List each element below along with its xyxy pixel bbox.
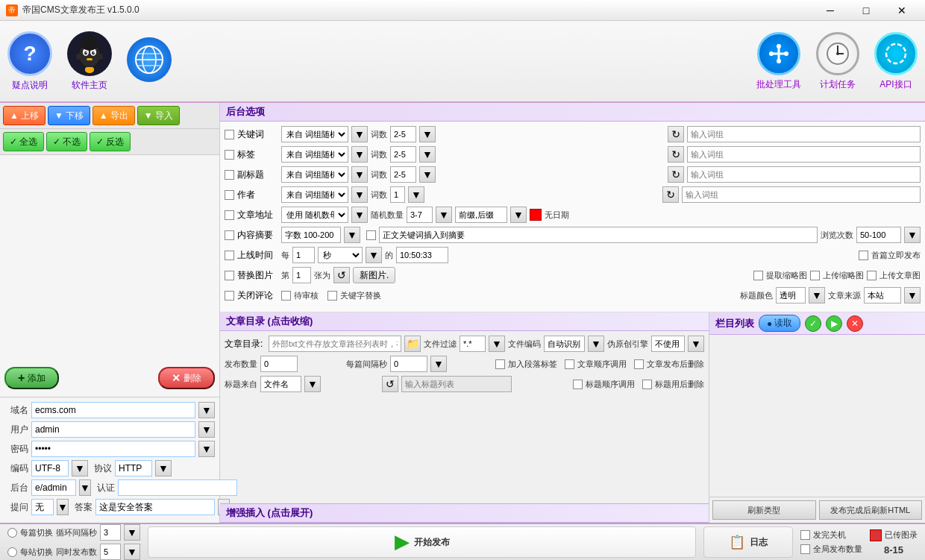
auth-input[interactable]	[118, 479, 237, 496]
deselect-button[interactable]: ✓ 不选	[46, 132, 87, 151]
help-icon-btn[interactable]: ? 疑点说明	[7, 31, 52, 92]
article-url-count-btn[interactable]: ▼	[436, 207, 452, 223]
enhanced-header[interactable]: 增强插入 (点击展开)	[220, 503, 709, 523]
upload-thumb-checkbox[interactable]	[810, 271, 820, 280]
keyword-replace-checkbox[interactable]	[327, 291, 337, 301]
export-button[interactable]: ▲ 导出	[92, 106, 135, 125]
domain-input[interactable]	[31, 402, 195, 418]
replace-img-new-btn[interactable]: 新图片.	[353, 267, 395, 283]
file-filter-input[interactable]	[460, 336, 486, 352]
backend-input[interactable]	[31, 479, 76, 496]
start-publish-button[interactable]: ▶ 开始发布	[148, 526, 696, 558]
article-source-btn[interactable]: ▼	[904, 287, 921, 303]
cycle-switch-radio[interactable]	[7, 528, 17, 538]
column-ok-btn[interactable]: ✓	[805, 315, 821, 332]
global-count-checkbox[interactable]	[800, 544, 810, 554]
schedule-btn[interactable]: 计划任务	[816, 32, 859, 91]
subtitle-source-btn[interactable]: ▼	[351, 166, 368, 183]
column-add-btn[interactable]: ▶	[826, 315, 842, 332]
add-paragraph-checkbox[interactable]	[495, 359, 505, 369]
author-refresh-btn[interactable]: ↺	[662, 186, 679, 203]
keyword-checkbox[interactable]	[225, 130, 234, 139]
subtitle-source-select[interactable]: 来自 词组随机	[281, 166, 348, 183]
title-color-btn[interactable]: ▼	[809, 287, 825, 303]
online-time-checkbox[interactable]	[225, 251, 234, 260]
globe-icon-btn[interactable]	[127, 37, 172, 85]
article-order-checkbox[interactable]	[565, 359, 574, 369]
summary-chars-btn[interactable]: ▼	[344, 227, 360, 243]
concurrent-input[interactable]	[100, 544, 121, 560]
summary-views-btn[interactable]: ▼	[904, 227, 921, 243]
author-count-input[interactable]	[390, 186, 405, 203]
keyword-input[interactable]	[687, 126, 921, 142]
summary-views-input[interactable]	[856, 227, 901, 243]
tag-input[interactable]	[687, 146, 921, 163]
protocol-btn[interactable]: ▼	[155, 460, 172, 476]
password-input[interactable]	[31, 441, 195, 457]
delete-after-checkbox[interactable]	[634, 359, 644, 369]
tag-source-btn[interactable]: ▼	[351, 146, 368, 163]
protocol-input[interactable]	[115, 460, 152, 476]
upload-article-img-checkbox[interactable]	[867, 271, 877, 280]
author-source-btn[interactable]: ▼	[351, 186, 368, 203]
tag-checkbox[interactable]	[225, 150, 234, 160]
author-input[interactable]	[682, 186, 921, 203]
article-url-checkbox[interactable]	[225, 210, 234, 220]
user-btn[interactable]: ▼	[198, 421, 215, 438]
article-url-prefix-input[interactable]	[455, 207, 507, 223]
pseudo-original-btn[interactable]: ▼	[688, 336, 704, 352]
refresh-type-btn[interactable]: 刷新类型	[712, 500, 816, 520]
qq-icon-btn[interactable]: 软件主页	[67, 31, 112, 92]
summary-keyword-checkbox[interactable]	[366, 230, 376, 240]
cycle-interval-btn[interactable]: ▼	[124, 524, 140, 541]
publish-count-input[interactable]	[260, 356, 298, 372]
keyword-count-input[interactable]	[390, 126, 416, 142]
online-time-unit-btn[interactable]: ▼	[366, 247, 382, 263]
file-filter-btn[interactable]: ▼	[489, 336, 505, 352]
del-site-button[interactable]: ✕ 删除	[158, 367, 215, 389]
article-url-prefix-btn[interactable]: ▼	[510, 207, 527, 223]
replace-img-num-input[interactable]	[292, 267, 311, 283]
article-source-input[interactable]	[864, 287, 901, 303]
column-del-btn[interactable]: ✕	[847, 315, 863, 332]
author-checkbox[interactable]	[225, 190, 234, 200]
tag-source-select[interactable]: 来自 词组随机	[281, 146, 348, 163]
subtitle-count-input[interactable]	[390, 166, 416, 183]
interval-btn[interactable]: ▼	[430, 356, 447, 372]
keyword-refresh-btn[interactable]: ↺	[668, 126, 684, 142]
online-time-unit-select[interactable]: 秒	[318, 247, 363, 263]
import-button[interactable]: ▼ 导入	[137, 106, 180, 125]
title-from-btn[interactable]: ▼	[304, 376, 321, 392]
dir-browse-btn[interactable]: 📁	[404, 336, 421, 352]
title-color-input[interactable]	[776, 287, 806, 303]
author-count-btn[interactable]: ▼	[408, 186, 424, 203]
down-button[interactable]: ▼ 下移	[48, 106, 90, 125]
security-btn[interactable]: ▼	[57, 499, 69, 515]
replace-img-refresh-btn[interactable]: ↺	[333, 267, 350, 283]
summary-chars-input[interactable]	[281, 227, 341, 243]
security-input[interactable]	[31, 499, 54, 515]
read-button[interactable]: ● 读取	[759, 315, 800, 332]
tag-refresh-btn[interactable]: ↺	[668, 146, 684, 163]
keyword-count-btn[interactable]: ▼	[419, 126, 436, 142]
log-button[interactable]: 📋 日志	[703, 526, 793, 558]
article-url-count-input[interactable]	[407, 207, 433, 223]
tag-count-input[interactable]	[390, 146, 416, 163]
batch-tool-btn[interactable]: 批处理工具	[756, 32, 801, 91]
add-site-button[interactable]: + 添加	[4, 367, 59, 389]
article-url-source-btn[interactable]: ▼	[351, 207, 368, 223]
api-btn[interactable]: API接口	[874, 32, 918, 91]
summary-keyword-input[interactable]	[379, 227, 818, 243]
backend-btn[interactable]: ▼	[79, 479, 91, 496]
site-switch-radio[interactable]	[7, 547, 17, 557]
up-button[interactable]: ▲ 上移	[3, 106, 46, 125]
pseudo-original-input[interactable]	[651, 336, 685, 352]
refresh-html-btn[interactable]: 发布完成后刷新HTML	[819, 500, 923, 520]
site-list[interactable]	[0, 155, 219, 364]
concurrent-btn[interactable]: ▼	[124, 544, 140, 560]
keyword-source-btn[interactable]: ▼	[351, 126, 368, 142]
tag-count-btn[interactable]: ▼	[419, 146, 436, 163]
password-btn[interactable]: ▼	[198, 441, 215, 457]
file-encoding-input[interactable]	[544, 336, 585, 352]
review-checkbox[interactable]	[281, 291, 291, 301]
